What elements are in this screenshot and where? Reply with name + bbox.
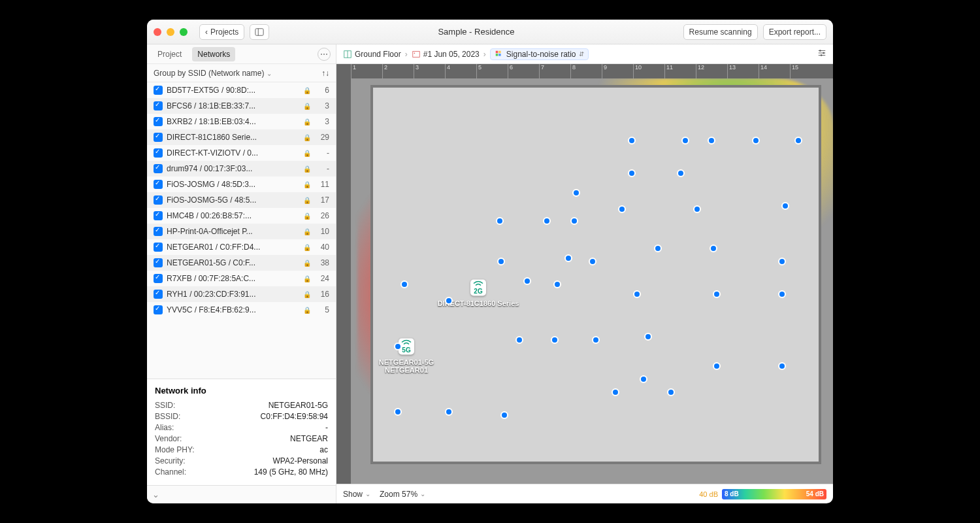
network-name: drum974 / 00:17:3F:03... xyxy=(167,164,299,173)
tab-more-button[interactable]: ⋯ xyxy=(318,48,331,61)
lock-icon: 🔒 xyxy=(303,134,311,141)
network-checkbox[interactable] xyxy=(154,227,163,236)
network-row[interactable]: drum974 / 00:17:3F:03...🔒- xyxy=(147,161,336,177)
svg-rect-4 xyxy=(412,51,419,57)
chevron-down-icon: ⌄ xyxy=(365,490,370,498)
network-checkbox[interactable] xyxy=(154,243,163,252)
breadcrumb-snapshot[interactable]: #1 Jun 05, 2023 xyxy=(412,50,480,59)
network-checkbox[interactable] xyxy=(154,258,163,267)
group-by-dropdown[interactable]: Group by SSID (Network name) ⌄ ↑↓ xyxy=(147,64,336,82)
network-row[interactable]: R7XFB / 00:7F:28:5A:C...🔒24 xyxy=(147,271,336,286)
zoom-dropdown[interactable]: Zoom 57% ⌄ xyxy=(380,490,425,499)
network-checkbox[interactable] xyxy=(154,211,163,220)
ap-band-label: 5G xyxy=(402,346,410,354)
chevron-down-icon: ⌄ xyxy=(420,490,425,498)
network-row[interactable]: BD5T7-EXT5G / 90:8D:...🔒6 xyxy=(147,82,336,98)
network-count: 16 xyxy=(315,290,329,299)
network-row[interactable]: NETGEAR01 / C0:FF:D4...🔒40 xyxy=(147,239,336,255)
back-projects-button[interactable]: ‹ Projects xyxy=(199,24,244,40)
network-checkbox[interactable] xyxy=(154,290,163,299)
svg-point-14 xyxy=(823,52,825,54)
heatmap-icon xyxy=(495,50,504,59)
vertical-ruler xyxy=(336,78,351,484)
ap-label-netgear: NETGEAR01-5GNETGEAR01 xyxy=(379,358,434,374)
network-count: 5 xyxy=(315,305,329,314)
network-name: BD5T7-EXT5G / 90:8D:... xyxy=(167,86,299,95)
chevron-right-icon: › xyxy=(483,50,486,59)
visualization-dropdown[interactable]: Signal-to-noise ratio ⇵ xyxy=(490,48,589,60)
network-row[interactable]: FiOS-JOSMG-5G / 48:5...🔒17 xyxy=(147,192,336,208)
network-row[interactable]: DIRECT-81C1860 Serie...🔒29 xyxy=(147,129,336,145)
minimize-window-button[interactable] xyxy=(167,28,174,36)
network-name: BFCS6 / 18:1B:EB:33:7... xyxy=(167,101,299,110)
network-checkbox[interactable] xyxy=(154,133,163,142)
network-checkbox[interactable] xyxy=(154,305,163,314)
breadcrumb-floor[interactable]: Ground Floor xyxy=(343,50,401,59)
lock-icon: 🔒 xyxy=(303,291,311,298)
network-row[interactable]: BXRB2 / 18:1B:EB:03:4...🔒3 xyxy=(147,114,336,129)
svg-rect-7 xyxy=(498,50,501,53)
network-checkbox[interactable] xyxy=(154,117,163,126)
traffic-lights xyxy=(154,28,188,36)
expand-icon[interactable]: ⌄ xyxy=(152,490,159,499)
ruler-tick: 6 xyxy=(508,64,539,78)
network-name: DIRECT-KT-VIZIOTV / 0... xyxy=(167,148,299,158)
ruler-tick: 8 xyxy=(570,64,602,78)
network-checkbox[interactable] xyxy=(154,274,163,283)
resume-scanning-button[interactable]: Resume scanning xyxy=(683,24,758,40)
show-label: Show xyxy=(343,490,363,499)
show-dropdown[interactable]: Show ⌄ xyxy=(343,490,370,499)
network-row[interactable]: FiOS-JOSMG / 48:5D:3...🔒11 xyxy=(147,177,336,192)
network-row[interactable]: DIRECT-KT-VIZIOTV / 0...🔒- xyxy=(147,145,336,161)
network-row[interactable]: NETGEAR01-5G / C0:F...🔒38 xyxy=(147,255,336,271)
network-checkbox[interactable] xyxy=(154,101,163,110)
window-title: Sample - Residence xyxy=(274,27,678,37)
tab-networks[interactable]: Networks xyxy=(192,47,235,61)
legend-gradient[interactable]: 8 dB 54 dB xyxy=(722,489,826,499)
svg-point-15 xyxy=(821,54,823,56)
network-checkbox[interactable] xyxy=(154,148,163,158)
horizontal-ruler: 123456789101112131415 xyxy=(336,64,833,78)
export-report-button[interactable]: Export report... xyxy=(763,24,826,40)
network-row[interactable]: HP-Print-0A-Officejet P...🔒10 xyxy=(147,224,336,239)
network-name: RYH1 / 00:23:CD:F3:91... xyxy=(167,290,299,299)
close-window-button[interactable] xyxy=(154,28,161,36)
network-list[interactable]: BD5T7-EXT5G / 90:8D:...🔒6BFCS6 / 18:1B:E… xyxy=(147,82,336,379)
network-row[interactable]: RYH1 / 00:23:CD:F3:91...🔒16 xyxy=(147,286,336,302)
tab-project[interactable]: Project xyxy=(152,47,187,61)
network-row[interactable]: HMC4B / 00:26:B8:57:...🔒26 xyxy=(147,208,336,224)
network-checkbox[interactable] xyxy=(154,164,163,173)
info-mode-key: Mode PHY: xyxy=(155,445,195,454)
sidebar-footer: ⌄ xyxy=(147,485,336,503)
ruler-tick: 7 xyxy=(539,64,570,78)
network-count: 26 xyxy=(315,211,329,220)
info-security-key: Security: xyxy=(155,456,186,465)
svg-rect-9 xyxy=(498,54,501,56)
sort-icon[interactable]: ↑↓ xyxy=(321,69,329,78)
network-count: 29 xyxy=(315,133,329,142)
breadcrumb-floor-label: Ground Floor xyxy=(355,50,401,59)
zoom-window-button[interactable] xyxy=(180,28,188,36)
floorplan-canvas[interactable]: 2G DIRECT-81C1860 Series 5G NETGEAR01-5G… xyxy=(351,78,833,484)
network-row[interactable]: YVV5C / F8:E4:FB:62:9...🔒5 xyxy=(147,302,336,318)
svg-rect-0 xyxy=(255,28,263,35)
network-count: 17 xyxy=(315,195,329,205)
network-count: 6 xyxy=(315,86,329,95)
network-checkbox[interactable] xyxy=(154,86,163,95)
ap-badge-5g[interactable]: 5G xyxy=(399,339,414,355)
wifi-icon xyxy=(401,340,412,346)
back-label: Projects xyxy=(210,27,238,37)
ruler-tick: 2 xyxy=(382,64,414,78)
network-checkbox[interactable] xyxy=(154,180,163,189)
ruler-tick: 3 xyxy=(414,64,445,78)
legend-min: 8 dB xyxy=(725,490,739,498)
view-settings-button[interactable] xyxy=(817,48,826,59)
svg-point-13 xyxy=(819,50,821,52)
ruler-tick: 1 xyxy=(351,64,382,78)
chevron-down-icon: ⌄ xyxy=(267,70,272,77)
network-row[interactable]: BFCS6 / 18:1B:EB:33:7...🔒3 xyxy=(147,98,336,114)
ap-badge-2g[interactable]: 2G xyxy=(470,280,486,296)
info-bssid-value: C0:FF:D4:E9:58:94 xyxy=(261,412,328,421)
network-checkbox[interactable] xyxy=(154,195,163,205)
toggle-sidebar-button[interactable] xyxy=(250,24,269,40)
